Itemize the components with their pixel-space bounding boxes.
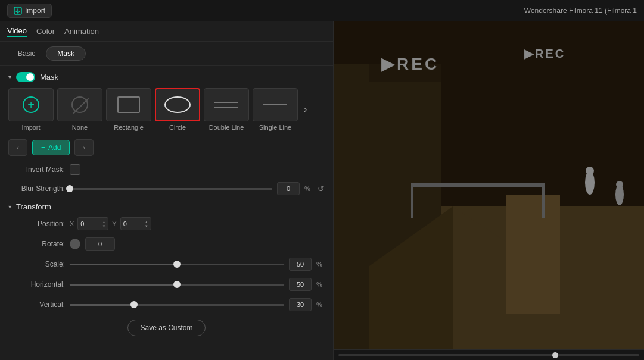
transform-header: ▾ Transform	[8, 202, 325, 211]
add-row: ‹ + Add ›	[8, 139, 325, 156]
blur-unit: %	[304, 185, 313, 192]
transform-title: Transform	[16, 202, 51, 211]
invert-mask-checkbox[interactable]	[70, 164, 80, 175]
prev-button[interactable]: ‹	[8, 139, 27, 156]
double-line-icon	[214, 102, 238, 108]
mask-shape-import[interactable]: + Import	[8, 88, 54, 131]
position-label: Position:	[8, 220, 65, 228]
position-row: Position: X 0 ▲ ▼ Y 0 ▲	[8, 217, 325, 230]
rotate-label: Rotate:	[8, 240, 65, 248]
topbar: Import Wondershare Filmora 11 (Filmora 1	[0, 0, 644, 21]
svg-rect-17	[411, 183, 413, 218]
timeline-bar	[334, 349, 644, 360]
add-label: Add	[48, 143, 61, 152]
y-down-arrow[interactable]: ▼	[145, 224, 148, 228]
import-plus-icon: +	[23, 96, 39, 113]
horizontal-slider-thumb[interactable]	[173, 281, 181, 288]
svg-point-14	[616, 181, 623, 188]
invert-mask-label: Invert Mask:	[8, 165, 65, 174]
y-axis-label: Y	[112, 220, 116, 227]
mask-shape-double-line[interactable]: Double Line	[204, 88, 249, 131]
x-up-arrow[interactable]: ▲	[102, 220, 105, 224]
x-value: 0	[80, 220, 84, 227]
next-button[interactable]: ›	[74, 139, 94, 156]
blur-value-box[interactable]: 0	[277, 182, 300, 195]
mask-toggle[interactable]	[16, 72, 35, 82]
timeline-thumb[interactable]	[552, 352, 558, 358]
panel-content: ▾ Mask + Import None	[0, 66, 333, 360]
y-spinner[interactable]: ▲ ▼	[145, 220, 148, 228]
horizontal-unit: %	[316, 281, 325, 288]
tab-bar: Video Color Animation	[0, 21, 333, 42]
none-shape-icon-box	[57, 88, 102, 121]
blur-reset-button[interactable]: ↺	[318, 184, 325, 193]
vertical-slider-container: 30 %	[70, 298, 325, 311]
horizontal-label: Horizontal:	[8, 280, 65, 289]
single-line-icon	[263, 104, 287, 105]
import-shape-label: Import	[21, 124, 40, 131]
main-layout: Video Color Animation Basic Mask ▾ Mask	[0, 21, 644, 360]
timeline-progress[interactable]	[338, 354, 639, 356]
vertical-slider-thumb[interactable]	[130, 301, 138, 308]
scale-value-box[interactable]: 50	[289, 258, 312, 271]
skate-scene-svg: ▶REC ▶REC	[334, 21, 644, 349]
circle-shape-icon-box	[155, 88, 200, 121]
mask-title: Mask	[40, 73, 58, 82]
none-shape-label: None	[72, 124, 88, 131]
y-input[interactable]: 0 ▲ ▼	[120, 217, 151, 230]
import-button[interactable]: Import	[7, 4, 52, 18]
blur-slider-container: 0 %	[70, 182, 313, 195]
x-down-arrow[interactable]: ▼	[102, 224, 105, 228]
sub-tabs: Basic Mask	[0, 42, 333, 66]
scale-row: Scale: 50 %	[8, 258, 325, 271]
rectangle-icon	[117, 96, 140, 113]
transform-collapse-arrow[interactable]: ▾	[8, 204, 11, 210]
blur-slider-track[interactable]	[70, 188, 272, 190]
vertical-label: Vertical:	[8, 300, 65, 309]
mask-collapse-arrow[interactable]: ▾	[8, 74, 11, 80]
scale-slider-fill	[70, 264, 177, 265]
scale-slider-thumb[interactable]	[173, 261, 181, 268]
y-value: 0	[123, 220, 127, 227]
horizontal-slider-track[interactable]	[70, 284, 284, 286]
scale-value: 50	[297, 261, 304, 268]
svg-text:▶REC: ▶REC	[524, 47, 565, 60]
double-line-shape-icon-box	[204, 88, 249, 121]
single-line-shape-icon-box	[253, 88, 298, 121]
video-preview: ▶REC ▶REC	[334, 21, 644, 349]
y-up-arrow[interactable]: ▲	[145, 220, 148, 224]
rotate-knob[interactable]	[70, 239, 80, 249]
blur-strength-row: Blur Strength: 0 % ↺	[8, 182, 325, 195]
mask-shape-none[interactable]: None	[57, 88, 102, 131]
import-label: Import	[25, 7, 45, 15]
add-mask-button[interactable]: + Add	[32, 140, 70, 155]
save-custom-button[interactable]: Save as Custom	[127, 320, 205, 336]
horizontal-row: Horizontal: 50 %	[8, 278, 325, 291]
horizontal-value-box[interactable]: 50	[289, 278, 312, 291]
single-line-shape-label: Single Line	[259, 124, 291, 131]
tab-video[interactable]: Video	[7, 25, 27, 37]
rectangle-shape-icon-box	[106, 88, 151, 121]
blur-value: 0	[287, 185, 290, 192]
scale-unit: %	[316, 261, 325, 268]
mask-shape-single-line[interactable]: Single Line	[253, 88, 298, 131]
tab-animation[interactable]: Animation	[64, 26, 99, 37]
sub-tab-mask[interactable]: Mask	[46, 46, 86, 61]
position-group: X 0 ▲ ▼ Y 0 ▲ ▼	[70, 217, 151, 230]
svg-rect-15	[411, 183, 542, 187]
scale-slider-track[interactable]	[70, 264, 284, 265]
vertical-slider-track[interactable]	[70, 304, 284, 306]
double-line-shape-label: Double Line	[209, 124, 244, 131]
blur-strength-label: Blur Strength:	[8, 184, 65, 193]
svg-rect-6	[506, 195, 560, 314]
vertical-value-box[interactable]: 30	[289, 298, 312, 311]
mask-shape-rectangle[interactable]: Rectangle	[106, 88, 151, 131]
x-input[interactable]: 0 ▲ ▼	[77, 217, 108, 230]
mask-shape-circle[interactable]: Circle	[155, 88, 200, 131]
blur-slider-thumb[interactable]	[66, 185, 73, 192]
x-spinner[interactable]: ▲ ▼	[102, 220, 105, 228]
shapes-next-chevron[interactable]: ›	[301, 104, 309, 115]
rotate-value-box[interactable]: 0	[85, 237, 115, 251]
sub-tab-basic[interactable]: Basic	[7, 46, 46, 61]
tab-color[interactable]: Color	[36, 26, 55, 37]
